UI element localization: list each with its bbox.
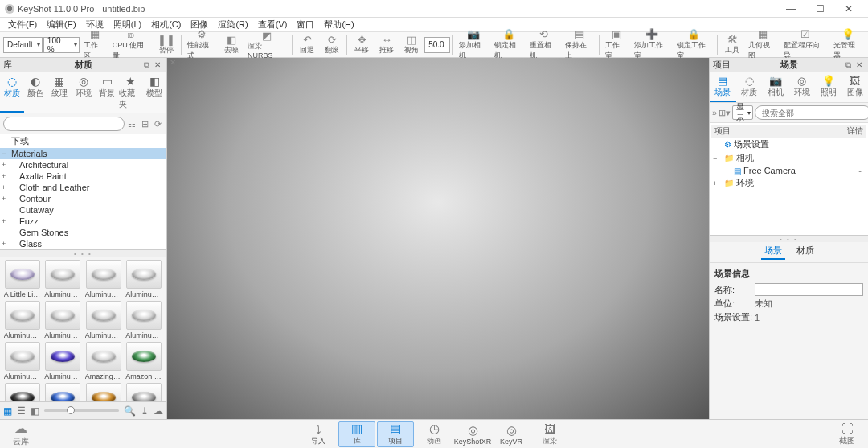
display-dropdown[interactable]: 显示 [732,105,753,120]
maximize-button[interactable]: ☐ [805,1,834,17]
menu-item[interactable]: 窗口 [292,18,319,31]
close-panel-icon[interactable]: ✕ [854,60,865,69]
tree-item[interactable]: −Materials [0,148,166,159]
tree-item[interactable]: +Cloth and Leather [0,182,166,193]
projtab-图像[interactable]: 🖼图像 [841,72,868,102]
cloud-library-button[interactable]: ☁ 云库 [13,421,29,447]
menu-item[interactable]: 帮助(H) [319,18,358,31]
bottom-KeyVR[interactable]: ◎KeyVR [493,421,530,447]
libtab-材质[interactable]: ◌材质 [0,72,24,113]
libtab-模型[interactable]: ◧模型 [142,72,166,113]
drag-handle[interactable]: • • • [0,250,166,257]
collapse-left-icon[interactable]: ✕ [167,58,178,69]
undock-icon[interactable]: ⧉ [141,60,152,70]
toolbar-平移[interactable]: ✥平移 [350,33,374,57]
minimize-button[interactable]: — [776,1,805,17]
name-input[interactable] [755,283,863,296]
material-thumb[interactable]: Aluminum ... [125,301,164,339]
tree-item[interactable]: +Architectural [0,159,166,171]
material-thumb[interactable]: Aluminum ... [44,342,83,380]
material-thumb[interactable]: Aluminum ... [125,260,164,298]
toolbar-CPU 使用量[interactable]: ⎄CPU 使用量 [109,33,154,57]
material-thumb[interactable]: A Little Lila... [3,260,42,298]
folder-icon[interactable]: ☷ [126,119,137,129]
toolbar-锁定相机[interactable]: 🔒锁定相机 [491,33,526,57]
material-thumb[interactable]: Anodized ... [84,383,123,401]
cpu-dropdown[interactable]: 100 % [43,37,80,53]
toolbar-视角[interactable]: ◫视角 [399,33,424,57]
toolbar-去噪[interactable]: ◧去噪 [219,33,244,57]
toolbar-暂停[interactable]: ❚❚暂停 [154,33,178,57]
viewport[interactable]: ✕ [167,58,709,419]
projtab-相机[interactable]: 📷相机 [763,72,789,102]
tree-item[interactable]: Gem Stones [0,227,166,238]
libtab-环境[interactable]: ◎环境 [72,72,96,113]
tree-item[interactable]: +Axalta Paint [0,171,166,182]
material-thumb[interactable]: Amazing G... [84,342,123,380]
search-icon[interactable]: 🔍 [124,405,136,417]
toolbar-渲染NURBS[interactable]: ◩渲染NURBS [244,33,289,57]
toggle-icon[interactable]: + [2,195,6,203]
material-thumb[interactable]: Aluminum ... [3,342,42,380]
scene-tree-item[interactable]: ⚙场景设置 [711,138,866,151]
menu-item[interactable]: 渲染(R) [213,18,252,31]
refresh-icon[interactable]: ⟳ [152,119,163,129]
toggle-icon[interactable]: + [2,217,6,225]
toggle-icon[interactable]: + [2,240,6,248]
bottom-渲染[interactable]: 🖼渲染 [531,421,568,447]
material-thumb[interactable]: Aluminum ... [84,301,123,339]
material-thumb[interactable]: Anodized ... [44,383,83,401]
toolbar-添加相机[interactable]: 📷添加相机 [456,33,490,57]
bottom-动画[interactable]: ◷动画 [416,421,452,447]
undock-icon[interactable]: ⧉ [842,60,854,70]
toolbar-几何视图[interactable]: ▦几何视图 [745,33,780,57]
toolbar-保持在上[interactable]: ▤保持在上 [562,33,596,57]
toolbar-配置程序向导[interactable]: ☑配置程序向导 [780,33,829,57]
import-icon[interactable]: ⤓ [141,405,149,417]
projtab-场景[interactable]: ▤场景 [710,72,736,102]
toolbar-工具[interactable]: 🛠工具 [720,33,744,57]
libtab-背景[interactable]: ▭背景 [95,72,119,113]
menu-item[interactable]: 相机(C) [146,18,186,31]
toolbar-锁定工作室[interactable]: 🔒锁定工作室 [674,33,715,57]
scene-tree-item[interactable]: ▤Free Camera- [711,165,866,176]
libtab-纹理[interactable]: ▦纹理 [47,72,72,113]
tree-item[interactable]: +Glass [0,238,166,249]
menu-item[interactable]: 编辑(E) [42,18,81,31]
workspace-dropdown[interactable]: Default [3,37,43,53]
subtab-材质[interactable]: 材质 [793,245,817,260]
toolbar-回退[interactable]: ↶回退 [295,33,319,57]
scene-search-input[interactable] [755,105,868,120]
toolbar-推移[interactable]: ↔推移 [375,33,399,57]
material-thumb[interactable]: Amazon M... [125,342,164,380]
toggle-icon[interactable]: − [2,150,6,158]
projtab-环境[interactable]: ◎环境 [788,72,815,102]
toolbar-添加工作室[interactable]: ➕添加工作室 [631,33,673,57]
toggle-icon[interactable]: + [2,172,6,180]
close-button[interactable]: ✕ [834,1,863,17]
screenshot-button[interactable]: ⛶ 截图 [839,421,855,446]
material-thumb[interactable]: Anodized ... [3,383,42,401]
tree-item[interactable]: Cutaway [0,204,166,216]
material-thumb[interactable]: Aluminum ... [84,260,123,298]
projtab-照明[interactable]: 💡照明 [815,72,841,102]
preview-icon[interactable]: ◧ [31,405,39,417]
toggle-icon[interactable]: + [2,183,6,191]
bottom-项目[interactable]: ▤项目 [377,421,414,447]
projtab-材质[interactable]: ◌材质 [736,72,763,102]
toolbar-翻滚[interactable]: ⟳翻滚 [320,33,344,57]
tree-icon[interactable]: ⊞▾ [719,108,731,118]
tag-icon[interactable]: ⊞ [139,119,150,129]
toggle-icon[interactable]: − [713,154,717,162]
tree-item[interactable]: +Contour [0,193,166,204]
material-thumb[interactable]: Aluminum ... [44,260,83,298]
material-thumb[interactable]: Aluminum ... [44,301,83,339]
bottom-导入[interactable]: ⤵导入 [300,421,337,447]
material-thumb[interactable]: Aluminum ... [3,301,42,339]
grid-view-icon[interactable]: ▦ [3,405,12,417]
drag-handle[interactable]: • • • [710,236,868,242]
bottom-KeyShotXR[interactable]: ◎KeyShotXR [454,421,491,447]
libtab-收藏夹[interactable]: ★收藏夹 [119,72,143,113]
menu-item[interactable]: 查看(V) [253,18,293,31]
scene-tree[interactable]: 项目详情 ⚙场景设置−📁相机▤Free Camera-+📁环境 [710,123,868,236]
